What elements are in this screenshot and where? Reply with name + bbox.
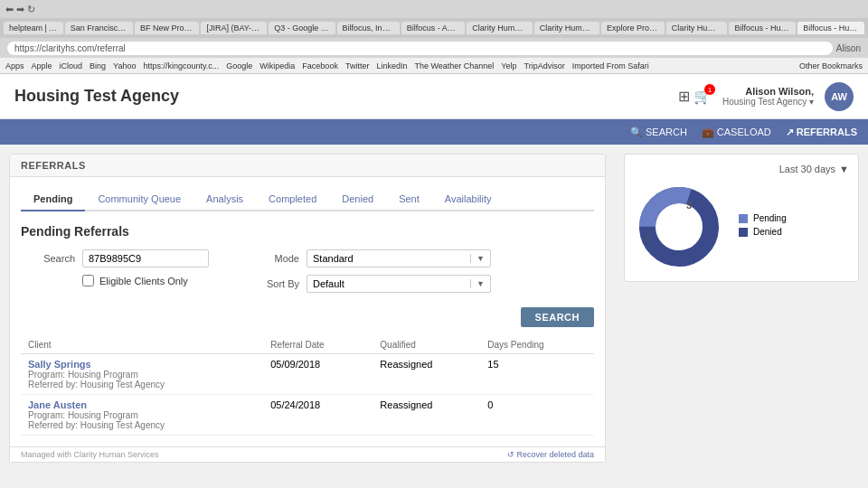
address-bar-container: https://clarityhs.com/referral Alison [0,38,868,58]
recover-icon: ↺ [507,450,517,459]
table-row: Sally Springs Program: Housing Program R… [21,354,594,395]
footer-left: Managed with Clarity Human Services [21,450,159,459]
referral-tabs: Pending Community Queue Analysis Complet… [21,188,594,211]
col-qualified: Qualified [373,336,480,354]
footer-bar: Managed with Clarity Human Services ↺ Re… [10,446,605,462]
bookmark-kingcounty[interactable]: https://kingcounty.c... [143,61,219,70]
chart-period-selector[interactable]: Last 30 days ▼ [779,164,849,174]
bookmark-imported[interactable]: Imported From Safari [572,61,649,70]
bookmark-other[interactable]: Other Bookmarks [799,61,863,70]
bookmark-google[interactable]: Google [226,61,252,70]
nav-referrals[interactable]: ↗ REFERRALS [786,127,857,138]
mode-label: Mode [245,253,299,264]
tab-pending[interactable]: Pending [21,188,85,211]
section-header: REFERRALS [10,155,605,177]
bookmark-facebook[interactable]: Facebook [302,61,338,70]
nav-caseload[interactable]: 💼 CASELOAD [702,127,771,138]
bookmark-wikipedia[interactable]: Wikipedia [259,61,295,70]
bookmark-twitter[interactable]: Twitter [345,61,370,70]
avatar[interactable]: AW [825,82,854,111]
client-cell: Jane Austen Program: Housing Program Ref… [21,395,263,436]
tab-q3[interactable]: Q3 - Google D... [269,22,335,34]
bookmark-yelp[interactable]: Yelp [501,61,516,70]
mode-select-wrapper[interactable]: Standard ▼ [307,249,491,267]
legend-denied: Denied [739,227,787,237]
sortby-select-arrow: ▼ [470,279,490,288]
tab-jira[interactable]: [JIRA] (BAY-1)... [201,22,267,34]
tab-availability[interactable]: Availability [432,188,505,211]
main-content: REFERRALS Pending Community Queue Analys… [0,145,868,488]
address-bar[interactable]: https://clarityhs.com/referral [7,42,833,55]
tab-clarity3[interactable]: Clarity Huma... [666,22,728,34]
tab-clarity1[interactable]: Clarity Human... [467,22,532,34]
tab-denied[interactable]: Denied [329,188,386,211]
table-row: Jane Austen Program: Housing Program Ref… [21,395,594,436]
search-input[interactable] [82,249,209,267]
nav-search[interactable]: 🔍 SEARCH [630,127,687,138]
app-header: Housing Test Agency ⊞ 🛒 1 Alison Wilson,… [0,74,868,119]
search-label: Search [21,253,75,264]
bookmark-tripadvisor[interactable]: TripAdvisor [524,61,565,70]
bookmark-icloud[interactable]: iCloud [60,61,83,70]
tab-explore[interactable]: Explore Proje... [601,22,665,34]
referrals-table: Client Referral Date Qualified Days Pend… [21,336,594,436]
referrals-card: REFERRALS Pending Community Queue Analys… [9,154,606,463]
sortby-select[interactable]: Default [307,276,470,292]
mode-select-arrow: ▼ [470,254,490,263]
tab-bf-new[interactable]: BF New Progr... [135,22,199,34]
search-button[interactable]: SEARCH [521,307,594,327]
grid-icon[interactable]: ⊞ [678,88,690,105]
tab-sent[interactable]: Sent [386,188,432,211]
days-pending-jane: 0 [480,395,594,436]
chart-area: 3 7 Pending Denied [634,182,849,272]
nav-bar: 🔍 SEARCH 💼 CASELOAD ↗ REFERRALS [0,119,868,145]
chart-header: Last 30 days ▼ [634,164,849,174]
qualified-jane: Reassigned [373,395,480,436]
bookmark-bing[interactable]: Bing [90,61,106,70]
tab-bilfocus4[interactable]: Bilfocus - Hum... [797,22,864,34]
user-login: Alison [836,43,861,53]
svg-point-2 [659,207,699,247]
tab-community-queue[interactable]: Community Queue [85,188,193,211]
user-agency[interactable]: Housing Test Agency ▾ [722,97,814,107]
qualified-sally: Reassigned [373,354,480,395]
denied-legend-label: Denied [753,227,782,237]
sortby-select-wrapper[interactable]: Default ▼ [307,275,491,293]
bookmark-apple[interactable]: Apple [32,61,52,70]
search-icon: 🔍 [630,127,643,138]
bookmark-apps[interactable]: Apps [5,61,24,70]
user-info: Alison Wilson, Housing Test Agency ▾ [722,86,814,107]
tab-bilfocus1[interactable]: Bilfocus, Inc. ... [337,22,400,34]
bookmark-linkedin[interactable]: LinkedIn [376,61,407,70]
browser-controls: ⬅ ➡ ↻ [0,0,868,18]
bookmark-yahoo[interactable]: Yahoo [113,61,136,70]
tab-bilfocus3[interactable]: Bilfocus - Hum... [729,22,796,34]
tab-sf[interactable]: San Francisco ... [65,22,133,34]
tab-analysis[interactable]: Analysis [193,188,256,211]
eligible-label[interactable]: Eligible Clients Only [99,276,188,286]
sort-label: Sort By [245,278,299,289]
tab-bilfocus2[interactable]: Bilfocus - Age... [401,22,466,34]
tab-clarity2[interactable]: Clarity Human... [534,22,599,34]
caseload-icon: 💼 [702,127,714,138]
cart-badge: 1 [704,84,715,95]
mode-select[interactable]: Standard [307,250,470,267]
referral-date-sally: 05/09/2018 [263,354,373,395]
client-name-sally[interactable]: Sally Springs [28,359,256,370]
footer-right[interactable]: ↺ Recover deleted data [507,450,594,459]
pending-dot [739,214,748,223]
user-name: Alison Wilson, [722,86,814,97]
cart-icon[interactable]: 🛒 1 [693,88,712,105]
client-name-jane[interactable]: Jane Austen [28,399,256,410]
client-referred-sally: Referred by: Housing Test Agency [28,380,256,389]
client-program-sally: Program: Housing Program [28,370,256,380]
tab-helpteam[interactable]: helpteam | A... [4,22,63,34]
referrals-icon: ↗ [786,127,794,138]
chevron-down-icon: ▼ [839,164,849,174]
chart-card: Last 30 days ▼ [624,154,859,282]
tab-completed[interactable]: Completed [256,188,329,211]
denied-dot [739,228,748,237]
bookmark-weather[interactable]: The Weather Channel [414,61,494,70]
eligible-checkbox[interactable] [82,275,94,286]
chart-denied-label: 7 [645,234,650,245]
